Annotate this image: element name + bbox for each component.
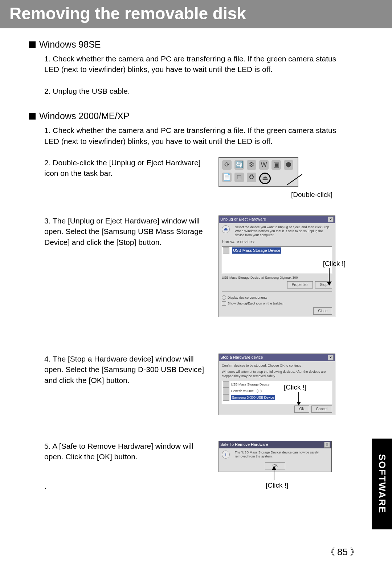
- step-text: 2. Unplug the USB cable.: [44, 86, 370, 96]
- button-row: Properties Stop: [222, 281, 332, 288]
- eject-hardware-icon[interactable]: ⏏: [259, 173, 271, 184]
- device-icon: [223, 247, 229, 254]
- arrow-icon: [274, 469, 274, 480]
- option-text: Display device components: [228, 296, 268, 299]
- page-num-right-bracket: 》: [350, 546, 359, 558]
- section2-steps: 1. Check whether the camera and PC are t…: [44, 125, 370, 491]
- dialog-message: The 'USB Mass Storage Device' device can…: [235, 451, 328, 459]
- section-heading-2000: Windows 2000/ME/XP: [29, 111, 370, 121]
- dialog-titlebar: Stop a Hardware device ×: [219, 354, 335, 361]
- dialog-hint: Confirm devices to be stopped. Choose OK…: [222, 363, 332, 368]
- device-item[interactable]: Samsung D-300 USB Device: [231, 395, 275, 400]
- tray-icon: ▣: [271, 160, 281, 170]
- device-list[interactable]: USB Mass Storage Device: [222, 246, 332, 274]
- button-row: OK Cancel: [222, 405, 332, 413]
- device-list[interactable]: USB Mass Storage Device Generic volume -…: [222, 380, 332, 404]
- eject-dialog-icon: ⏏: [222, 225, 230, 233]
- page-title: Removing the removable disk: [0, 0, 392, 28]
- dialog-label: Hardware devices:: [222, 239, 332, 245]
- info-icon: i: [222, 451, 230, 459]
- device-icon: [223, 388, 229, 394]
- device-item[interactable]: USB Mass Storage Device: [231, 383, 270, 386]
- dialog-titlebar: Safe To Remove Hardware ×: [219, 441, 331, 448]
- dialog-title-text: Stop a Hardware device: [220, 355, 263, 360]
- dialog-body: ⏏ Select the device you want to unplug o…: [219, 223, 335, 317]
- section-heading-label: Windows 98SE: [39, 39, 101, 50]
- properties-button[interactable]: Properties: [287, 281, 313, 288]
- figure-unplug-dialog: Unplug or Eject Hardware × ⏏ Select the …: [219, 215, 338, 339]
- device-icon: [223, 394, 229, 401]
- figure-taskbar: ⟳ 🔄 ⚙ W ▣ ⬢ 📄 □ ♻ ⏏ [Double-click]: [219, 157, 338, 201]
- dialog-title-text: Safe To Remove Hardware: [220, 442, 268, 447]
- dialog-body: Confirm devices to be stopped. Choose OK…: [219, 361, 335, 415]
- tray-icon: ⚙: [247, 160, 256, 170]
- arrow-icon: [329, 268, 330, 283]
- bullet-icon: [29, 41, 36, 48]
- tray-icon: 📄: [222, 173, 232, 182]
- close-icon[interactable]: ×: [328, 217, 334, 222]
- caption-click: [Click !]: [323, 259, 346, 269]
- close-icon[interactable]: ×: [324, 442, 330, 448]
- tray-icon: ⬢: [284, 160, 293, 170]
- tray-icon: 🔄: [234, 160, 244, 170]
- checkbox-icon[interactable]: [222, 301, 226, 306]
- section-heading-98se: Windows 98SE: [29, 39, 370, 50]
- tray-icon: W: [259, 160, 269, 170]
- step-text: 2. Double-click the [Unplug or Eject Har…: [44, 157, 208, 179]
- radio-icon[interactable]: [222, 295, 226, 300]
- section1-steps: 1. Check whether the camera and PC are t…: [44, 53, 370, 96]
- cancel-button[interactable]: Cancel: [311, 405, 332, 413]
- ok-button[interactable]: OK: [294, 405, 309, 413]
- device-icon: [223, 381, 229, 388]
- step-text: 3. The [Unplug or Eject Hardware] window…: [44, 215, 208, 247]
- figure-stop-dialog: Stop a Hardware device × Confirm devices…: [219, 354, 338, 426]
- step-row: 3. The [Unplug or Eject Hardware] window…: [44, 215, 370, 339]
- page-num-left-bracket: 《: [326, 546, 335, 558]
- dialog-unplug: Unplug or Eject Hardware × ⏏ Select the …: [219, 215, 335, 317]
- side-tab-software: SOFTWARE: [372, 439, 392, 529]
- page: Removing the removable disk Windows 98SE…: [0, 0, 392, 573]
- step-text: 1. Check whether the camera and PC are t…: [44, 53, 346, 75]
- step-text: 1. Check whether the camera and PC are t…: [44, 125, 346, 146]
- caption-click: [Click !]: [266, 481, 288, 491]
- figure-safe-dialog: Safe To Remove Hardware × i The 'USB Mas…: [219, 441, 338, 492]
- step-text: 4. The [Stop a Hardware device] window w…: [44, 354, 208, 386]
- bullet-icon: [29, 113, 36, 120]
- tray-icon: □: [234, 173, 244, 182]
- step-row: 2. Double-click the [Unplug or Eject Har…: [44, 157, 370, 201]
- caption-double-click: [Double-click]: [291, 190, 332, 200]
- device-status: USB Mass Storage Device at Samsung Digim…: [222, 275, 332, 280]
- dialog-title-text: Unplug or Eject Hardware: [220, 217, 266, 222]
- page-number-value: 85: [337, 546, 348, 558]
- dialog-stop: Stop a Hardware device × Confirm devices…: [219, 354, 335, 415]
- step-text: 5. A [Safe to Remove Hardware] window wi…: [44, 441, 208, 462]
- caption-click: [Click !]: [284, 383, 306, 392]
- dialog-hint2: Windows will attempt to stop the followi…: [222, 370, 332, 379]
- tray-icon: ♻: [247, 173, 256, 182]
- close-button[interactable]: Close: [313, 307, 332, 315]
- device-item[interactable]: Generic volume - (F:): [231, 389, 262, 393]
- tray-icon: ⟳: [222, 160, 232, 170]
- button-row: Close: [222, 307, 332, 315]
- arrow-icon: [298, 392, 299, 403]
- section-heading-label: Windows 2000/ME/XP: [39, 111, 130, 121]
- dialog-titlebar: Unplug or Eject Hardware ×: [219, 216, 335, 223]
- taskbar-tray: ⟳ 🔄 ⚙ W ▣ ⬢ 📄 □ ♻ ⏏: [219, 157, 298, 187]
- option-text: Show Unplug/Eject icon on the taskbar: [228, 302, 284, 305]
- close-icon[interactable]: ×: [328, 355, 334, 360]
- step-row: 4. The [Stop a Hardware device] window w…: [44, 354, 370, 426]
- dialog-hint: Select the device you want to unplug or …: [235, 225, 332, 237]
- device-item[interactable]: USB Mass Storage Device: [232, 247, 281, 254]
- page-number: 《 85 》: [326, 546, 359, 558]
